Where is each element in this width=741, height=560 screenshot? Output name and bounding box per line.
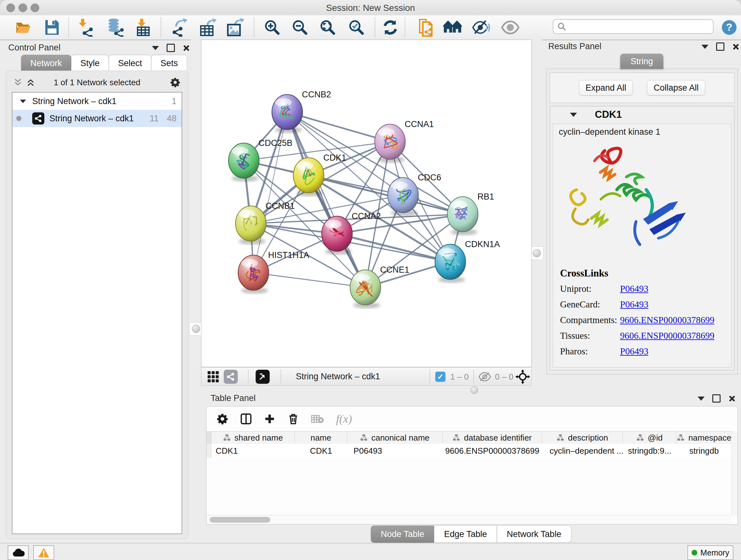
column-header-namespace[interactable]: namespace <box>676 432 732 444</box>
splitter-handle[interactable] <box>189 322 203 335</box>
tab-network-table[interactable]: Network Table <box>497 525 571 543</box>
gene-entry-header[interactable]: CDK1 <box>550 106 734 123</box>
close-panel-icon[interactable] <box>732 43 740 51</box>
hide-unhide-button[interactable] <box>472 17 491 38</box>
import-network-from-file-button[interactable] <box>77 17 95 38</box>
memory-button[interactable]: Memory <box>687 545 733 560</box>
select-columns-icon[interactable] <box>240 413 252 425</box>
zoom-fit-button[interactable] <box>319 17 337 38</box>
tab-string[interactable]: String <box>620 54 664 69</box>
edge-CCNB2-CCNE1[interactable] <box>287 112 365 287</box>
column-header-shared-name[interactable]: shared name <box>211 432 295 444</box>
panel-menu-icon[interactable] <box>697 396 704 401</box>
refresh-button[interactable] <box>381 17 400 38</box>
column-header-name[interactable]: name <box>295 432 347 444</box>
selected-checkbox[interactable]: ✓ <box>435 372 446 382</box>
zoom-out-button[interactable] <box>291 17 309 38</box>
clone-network-button[interactable] <box>416 17 434 38</box>
node-HIST1H1A[interactable]: HIST1H1A <box>238 250 309 294</box>
node-CDC6[interactable]: CDC6 <box>388 173 441 216</box>
crosslink-pharos[interactable]: P06493 <box>620 346 715 357</box>
tab-node-table[interactable]: Node Table <box>371 525 434 543</box>
scrollbar-thumb[interactable] <box>210 517 270 523</box>
float-panel-icon[interactable] <box>712 394 721 402</box>
tab-network[interactable]: Network <box>21 55 71 71</box>
help-button[interactable]: ? <box>720 17 738 38</box>
column-header-id[interactable]: @id <box>623 432 677 444</box>
column-header-database-identifier[interactable]: database identifier <box>443 432 542 444</box>
zoom-in-button[interactable] <box>263 17 281 38</box>
fit-selected-icon[interactable] <box>515 369 530 384</box>
grid-view-button[interactable] <box>207 371 219 383</box>
node-CCNB1[interactable]: CCNB1 <box>235 201 295 245</box>
edge-CCNB2-CCNA1[interactable] <box>287 112 390 142</box>
collapse-entry-icon[interactable] <box>570 113 577 117</box>
collapse-all-button[interactable]: Collapse All <box>647 80 705 96</box>
panel-menu-icon[interactable] <box>152 46 159 50</box>
home-networks-button[interactable] <box>443 17 462 38</box>
tab-select[interactable]: Select <box>109 55 151 71</box>
column-header-description[interactable]: description <box>542 432 623 444</box>
left-splitter[interactable] <box>191 40 201 386</box>
splitter-handle[interactable] <box>530 246 543 260</box>
panel-menu-icon[interactable] <box>701 45 709 49</box>
edge-CCNE1-HIST1H1A[interactable] <box>253 273 365 287</box>
zoom-selected-button[interactable] <box>347 17 366 38</box>
crosslink-genecard[interactable]: P06493 <box>620 299 715 310</box>
node-CDKN1A[interactable]: CDKN1A <box>435 240 500 283</box>
table-gear-icon[interactable] <box>217 413 228 425</box>
collection-expand-icon[interactable] <box>20 99 26 103</box>
cell-description[interactable]: cyclin–dependent ... <box>542 444 623 458</box>
cell-name[interactable]: CDK1 <box>295 444 347 458</box>
table-horizontal-scrollbar[interactable] <box>206 515 732 524</box>
tab-edge-table[interactable]: Edge Table <box>434 525 497 543</box>
tab-sets[interactable]: Sets <box>151 55 187 71</box>
tab-style[interactable]: Style <box>71 55 109 71</box>
search-field[interactable] <box>553 19 714 34</box>
node-CCNB2[interactable]: CCNB2 <box>272 90 331 133</box>
network-collection-row[interactable]: String Network – cdk1 1 <box>12 92 182 110</box>
cell-canonical-name[interactable]: P06493 <box>347 444 443 458</box>
column-header-canonical-name[interactable]: canonical name <box>347 432 443 444</box>
detach-view-button[interactable] <box>256 370 270 384</box>
table-vertical-scrollbar[interactable] <box>731 431 738 515</box>
export-table-button[interactable] <box>199 17 217 38</box>
float-panel-icon[interactable] <box>716 43 724 51</box>
network-canvas[interactable]: CCNB2CCNA1CDC25BCDK1CDC6RB1CCNB1CCNA2CDK… <box>201 40 532 367</box>
expand-all-button[interactable]: Expand All <box>579 80 633 96</box>
right-splitter[interactable] <box>532 40 542 386</box>
cloud-button[interactable] <box>8 545 29 560</box>
node-RB1[interactable]: RB1 <box>448 192 494 235</box>
float-panel-icon[interactable] <box>166 44 175 52</box>
string-network-graph[interactable]: CCNB2CCNA1CDC25BCDK1CDC6RB1CCNB1CCNA2CDK… <box>201 40 531 367</box>
import-network-from-database-button[interactable] <box>107 17 125 38</box>
table-row[interactable]: CDK1 CDK1 P06493 9606.ENSP00000378699 cy… <box>206 444 732 458</box>
import-table-from-file-button[interactable] <box>134 17 152 38</box>
horizontal-splitter[interactable] <box>201 386 741 391</box>
open-session-button[interactable] <box>14 17 32 38</box>
add-column-icon[interactable] <box>264 413 275 425</box>
close-panel-icon[interactable] <box>183 44 190 52</box>
cell-namespace[interactable]: stringdb <box>677 444 732 458</box>
cell-shared-name[interactable]: CDK1 <box>211 444 295 458</box>
crosslink-compartments[interactable]: 9606.ENSP00000378699 <box>620 315 715 325</box>
network-overview-button[interactable] <box>224 370 238 384</box>
node-CCNE1[interactable]: CCNE1 <box>350 265 409 308</box>
node-CDC25B[interactable]: CDC25B <box>228 138 293 182</box>
node-CDK1[interactable]: CDK1 <box>293 153 346 196</box>
cell-database-identifier[interactable]: 9606.ENSP00000378699 <box>443 444 542 458</box>
crosslink-uniprot[interactable]: P06493 <box>620 284 715 294</box>
edge-CCNB2-HIST1H1A[interactable] <box>253 112 287 273</box>
close-panel-icon[interactable] <box>728 395 736 402</box>
show-view-button[interactable] <box>501 17 520 38</box>
save-session-button[interactable] <box>43 17 61 38</box>
export-network-button[interactable] <box>171 17 189 38</box>
export-image-button[interactable] <box>226 17 245 38</box>
delete-column-icon[interactable] <box>287 413 299 425</box>
gear-icon[interactable] <box>170 77 180 87</box>
cell-id[interactable]: stringdb:9... <box>623 444 677 458</box>
network-row-selected[interactable]: String Network – cdk1 11 48 <box>12 110 182 127</box>
search-input[interactable] <box>566 21 708 32</box>
warnings-button[interactable] <box>33 545 54 560</box>
crosslink-tissues[interactable]: 9606.ENSP00000378699 <box>620 330 715 341</box>
